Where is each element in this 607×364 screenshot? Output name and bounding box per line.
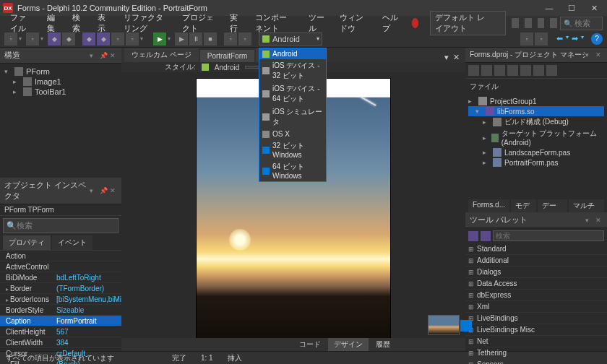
new-button[interactable]: ▫ [4,32,17,46]
global-search[interactable]: 🔍検索 [560,17,603,30]
minimize-button[interactable]: — [539,4,559,12]
right-panel-tab[interactable]: モデル [511,199,536,212]
tool-button-1[interactable]: ◆ [82,32,95,46]
inspector-object-name[interactable]: PForm TPForm [0,204,121,216]
menu-item[interactable]: ヘルプ [376,11,405,35]
property-row[interactable]: BorderStyleSizeable [0,305,121,316]
close-button[interactable]: ✕ [584,4,604,13]
right-panel-tab[interactable]: データ... [538,199,567,212]
step-button-2[interactable]: ▫ [238,32,251,46]
target-option[interactable]: iOS デバイス - 32 ビット [259,59,326,82]
layout-tb-icon[interactable] [512,18,519,28]
target-option[interactable]: iOS デバイス - 64 ビット [259,82,326,105]
palette-category[interactable]: dbExpress [465,290,607,301]
right-panel-tab[interactable]: マルチデ... [569,199,604,212]
property-row[interactable]: BiDiModebdLeftToRight [0,272,121,283]
property-row[interactable]: Action [0,251,121,261]
right-panel-tab[interactable]: Forms.d... [468,199,509,212]
designer-tab[interactable]: コード [293,338,327,351]
layout-tb-icon[interactable] [538,18,545,28]
run-nodebug-button[interactable]: ▶ [175,32,188,46]
nav-back-button[interactable]: ⬅ [556,34,563,43]
panel-menu-icon[interactable]: ▾ [90,52,97,59]
proj-tb-3[interactable] [494,65,505,76]
document-tab[interactable]: ウェルカム ページ [124,48,199,62]
project-node[interactable]: ▾libForms.so [468,106,604,116]
palette-category[interactable]: LiveBindings Misc [465,324,607,336]
maximize-button[interactable]: ☐ [561,4,582,13]
target-option[interactable]: 64 ビット Windows [259,160,326,181]
menu-item[interactable]: ウィンドウ [334,11,373,35]
designer-tab[interactable]: 履歴 [370,338,396,351]
property-row[interactable]: Border(TFormBorder) [0,283,121,294]
property-row[interactable]: ClientWidth384 [0,337,121,348]
palette-category[interactable]: Data Access [465,278,607,290]
palette-category[interactable]: Net [465,336,607,347]
proj-tb-7[interactable] [546,65,557,76]
inspector-tab[interactable]: イベント [52,235,92,250]
proj-tb-1[interactable] [468,65,479,76]
property-row[interactable]: CaptionFormPortrait [0,316,121,326]
palette-category[interactable]: Standard [465,243,607,255]
tool-button-x[interactable]: ▫ [520,32,533,46]
proj-tb-6[interactable] [533,65,544,76]
tool-palette-title: ツール パレット [470,214,528,225]
project-node[interactable]: ▸LandscapeForm.pas [468,147,604,157]
open-button[interactable]: ▫ [26,32,39,46]
palette-tb-2[interactable] [481,231,491,241]
preview-thumbnail[interactable] [428,315,460,335]
run-button[interactable]: ▶ [153,32,166,46]
layout-tb-icon[interactable] [525,18,532,28]
step-button-1[interactable]: ▫ [224,32,237,46]
project-node[interactable]: ▸PortraitForm.pas [468,157,604,168]
object-inspector-panel: オブジェクト インスペクタ ▾📌✕ PForm TPForm 🔍 検索 プロパテ… [0,178,121,364]
proj-tb-2[interactable] [481,65,492,76]
help-button[interactable]: ? [591,33,603,45]
property-row[interactable]: ActiveControl [0,261,121,272]
project-node[interactable]: ▸ProjectGroup1 [468,96,604,106]
structure-node[interactable]: ▸ToolBar1 [4,87,117,97]
save-button[interactable]: ◆ [48,32,61,46]
pin-icon[interactable]: ▾ [444,53,449,62]
palette-category[interactable]: Additional [465,255,607,266]
panel-close-icon[interactable]: ✕ [110,52,117,59]
inspector-search[interactable]: 🔍 検索 [3,218,119,233]
target-option[interactable]: OS X [259,129,326,139]
palette-category[interactable]: LiveBindings [465,313,607,324]
tool-button-y[interactable]: ▫ [535,32,548,46]
document-tab[interactable]: PortraitForm [200,50,255,62]
project-node[interactable]: ▸ビルド構成 (Debug) [468,116,604,128]
structure-node[interactable]: ▸Image1 [4,77,117,87]
close-tab-icon[interactable]: ✕ [453,53,460,62]
tool-button-3[interactable]: ▫ [111,32,124,46]
search-icon: 🔍 [7,221,17,230]
proj-tb-4[interactable] [507,65,518,76]
target-option[interactable]: iOS シミュレータ [259,105,326,129]
nav-fwd-button[interactable]: ➡ [572,34,578,43]
palette-category[interactable]: Dialogs [465,266,607,278]
tool-button-2[interactable]: ◆ [97,32,110,46]
save-all-button[interactable]: ◆ [62,32,75,46]
layout-tb-icon[interactable] [550,18,557,28]
target-option[interactable]: Android [259,48,326,59]
tool-button-4[interactable]: ▫ [126,32,139,46]
tool-palette-panel: ツール パレット ▾✕ StandardAdditionalDialogsDat… [465,212,607,364]
designer-tab[interactable]: デザイン [328,338,369,351]
palette-tb-1[interactable] [468,231,478,241]
pin-icon[interactable]: 📌 [100,52,107,59]
pause-button[interactable]: ⏸ [189,32,202,46]
stop-button[interactable]: ■ [204,32,217,46]
layout-select[interactable]: デフォルト レイアウト [430,11,506,35]
property-row[interactable]: ClientHeight567 [0,326,121,337]
project-node[interactable]: ▸ターゲット プラットフォーム (Android) [468,128,604,147]
structure-node[interactable]: ▾PForm [4,66,117,77]
inspector-tab[interactable]: プロパティ [3,235,51,250]
palette-search-input[interactable] [493,230,604,241]
proj-tb-5[interactable] [520,65,531,76]
target-option[interactable]: 32 ビット Windows [259,139,326,160]
property-row[interactable]: BorderIcons[biSystemMenu,biMi [0,294,121,305]
palette-category[interactable]: Sensors [465,359,607,364]
palette-category[interactable]: Xml [465,301,607,313]
target-platform-select[interactable]: Android ▾ [259,32,322,46]
palette-category[interactable]: Tethering [465,347,607,359]
